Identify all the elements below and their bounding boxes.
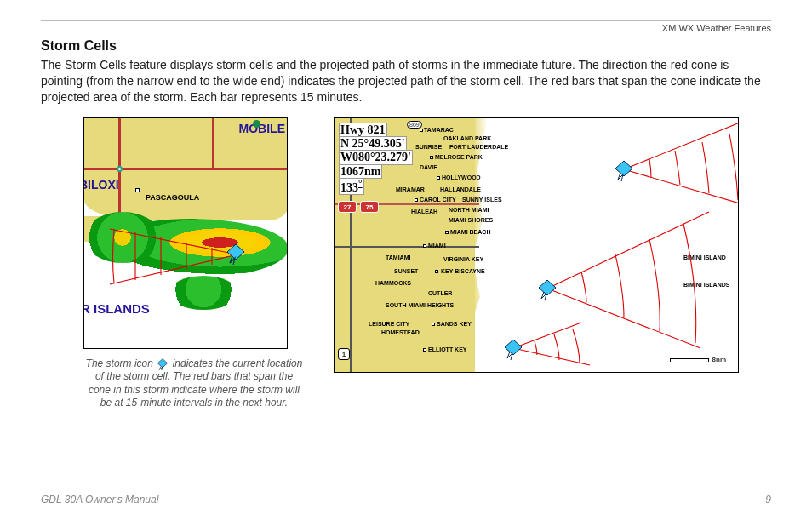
label-mobile: MOBILE (239, 122, 285, 135)
caption-text-pre: The storm icon (86, 357, 157, 369)
label-biloxi: BILOXI (83, 178, 119, 192)
figure-storm-wide: 869 27 75 1 Hwy 821 N 25°49.305' W080°23… (334, 117, 739, 373)
storm-cone-overlay (93, 220, 280, 297)
storm-cones-overlay (335, 118, 739, 373)
svg-marker-2 (615, 161, 632, 176)
svg-marker-4 (505, 340, 522, 355)
footer-page-number: 9 (765, 494, 771, 506)
figure-caption: The storm icon indicates the current loc… (83, 357, 305, 410)
page-footer: GDL 30A Owner's Manual 9 (41, 494, 771, 506)
label-rislands: R ISLANDS (83, 301, 150, 316)
section-body: The Storm Cells feature displays storm c… (41, 57, 771, 106)
section-title: Storm Cells (41, 38, 771, 54)
header-section-label: XM WX Weather Features (41, 23, 771, 33)
map-scale: 8nm (670, 356, 726, 363)
footer-manual-title: GDL 30A Owner's Manual (41, 494, 158, 506)
storm-icon (156, 358, 169, 370)
svg-marker-1 (158, 358, 168, 367)
label-pascagoula: PASCAGOULA (146, 193, 199, 202)
figures-row: MOBILE BILOXI PASCAGOULA PETIT BOIS ISLA… (41, 117, 771, 410)
figure-storm-closeup: MOBILE BILOXI PASCAGOULA PETIT BOIS ISLA… (83, 117, 288, 349)
svg-marker-0 (227, 244, 244, 260)
svg-marker-3 (539, 280, 556, 295)
